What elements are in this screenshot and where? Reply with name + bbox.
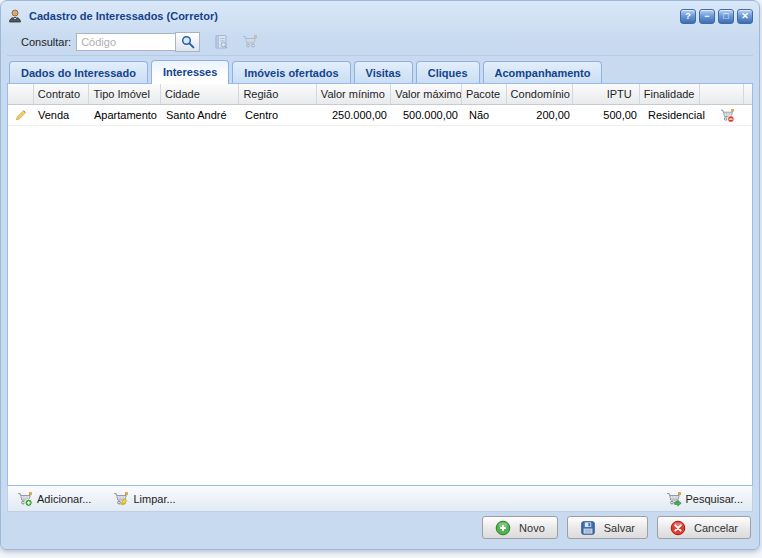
cell-actions <box>705 108 749 122</box>
cancel-circle-icon <box>670 520 686 536</box>
column-header-valor-maximo[interactable]: Valor máximo <box>391 84 462 104</box>
interesses-grid-panel: Contrato Tipo Imóvel Cidade Região Valor… <box>7 83 753 486</box>
column-header-actions[interactable] <box>700 84 744 104</box>
pesquisar-label: Pesquisar... <box>686 493 743 505</box>
cancelar-label: Cancelar <box>694 522 738 534</box>
title-bar: Cadastro de Interessados (Corretor) ? − … <box>7 1 753 28</box>
cell-tipo-imovel: Apartamento <box>90 109 162 121</box>
app-window: Cadastro de Interessados (Corretor) ? − … <box>0 0 760 550</box>
tab-cliques[interactable]: Cliques <box>416 61 480 83</box>
pencil-icon[interactable] <box>14 108 28 122</box>
search-toolbar: Consultar: <box>7 28 753 56</box>
adicionar-label: Adicionar... <box>37 493 91 505</box>
cell-finalidade: Residencial <box>644 109 705 121</box>
column-header-valor-minimo[interactable]: Valor mínimo <box>317 84 392 104</box>
novo-button[interactable]: Novo <box>482 516 558 539</box>
close-button[interactable]: ✕ <box>737 9 753 24</box>
table-row[interactable]: Venda Apartamento Santo André Centro 250… <box>8 105 752 126</box>
column-header-condominio[interactable]: Condomínio <box>507 84 574 104</box>
cart-go-icon <box>666 491 682 507</box>
column-header-pacote[interactable]: Pacote <box>462 84 507 104</box>
window-tools: ? − □ ✕ <box>680 9 753 24</box>
minimize-button[interactable]: − <box>699 9 715 24</box>
column-header-filler <box>744 84 752 104</box>
magnifier-icon <box>180 34 196 50</box>
cell-valor-minimo: 250.000,00 <box>319 109 394 121</box>
salvar-button[interactable]: Salvar <box>567 516 648 539</box>
limpar-label: Limpar... <box>133 493 175 505</box>
novo-label: Novo <box>519 522 545 534</box>
window-title: Cadastro de Interessados (Corretor) <box>29 10 680 22</box>
column-header-cidade[interactable]: Cidade <box>161 84 239 104</box>
column-header-edit[interactable] <box>8 84 34 104</box>
tab-visitas[interactable]: Visitas <box>354 61 413 83</box>
tab-strip: Dados do Interessado Interesses Imóveis … <box>7 56 753 83</box>
adicionar-button[interactable]: Adicionar... <box>13 488 95 510</box>
cell-iptu: 500,00 <box>577 109 644 121</box>
footer-button-bar: Novo Salvar <box>7 512 753 543</box>
codigo-search-input[interactable] <box>76 33 176 51</box>
cell-regiao: Centro <box>241 109 319 121</box>
user-icon <box>7 8 23 24</box>
tab-acompanhamento[interactable]: Acompanhamento <box>483 61 603 83</box>
column-header-iptu[interactable]: IPTU <box>573 84 640 104</box>
maximize-button[interactable]: □ <box>718 9 734 24</box>
column-header-tipo-imovel[interactable]: Tipo Imóvel <box>89 84 161 104</box>
tab-dados-do-interessado[interactable]: Dados do Interessado <box>9 61 148 83</box>
column-header-regiao[interactable]: Região <box>239 84 316 104</box>
column-header-contrato[interactable]: Contrato <box>34 84 90 104</box>
pesquisar-button[interactable]: Pesquisar... <box>662 488 747 510</box>
search-button[interactable] <box>175 32 200 52</box>
cart-add-icon <box>17 491 33 507</box>
cell-condominio: 200,00 <box>510 109 577 121</box>
cell-contrato: Venda <box>34 109 90 121</box>
limpar-button[interactable]: Limpar... <box>109 488 179 510</box>
plus-circle-icon <box>495 520 511 536</box>
cell-edit <box>8 108 34 122</box>
cart-toolbar: Adicionar... Limpar... Pesquisar... <box>7 486 753 512</box>
consultar-label: Consultar: <box>21 36 71 48</box>
cart-remove-icon[interactable] <box>720 108 734 122</box>
cart-icon[interactable] <box>242 34 258 50</box>
cell-cidade: Santo André <box>162 109 241 121</box>
contact-search-icon[interactable] <box>213 34 229 50</box>
column-header-finalidade[interactable]: Finalidade <box>640 84 701 104</box>
cart-clear-icon <box>113 491 129 507</box>
tab-imoveis-ofertados[interactable]: Imóveis ofertados <box>232 61 350 83</box>
grid-header: Contrato Tipo Imóvel Cidade Região Valor… <box>8 84 752 105</box>
tab-interesses[interactable]: Interesses <box>151 60 229 84</box>
cell-valor-maximo: 500.000,00 <box>394 109 465 121</box>
help-button[interactable]: ? <box>680 9 696 24</box>
salvar-label: Salvar <box>604 522 635 534</box>
save-disk-icon <box>580 520 596 536</box>
cell-pacote: Não <box>465 109 510 121</box>
cancelar-button[interactable]: Cancelar <box>657 516 751 539</box>
